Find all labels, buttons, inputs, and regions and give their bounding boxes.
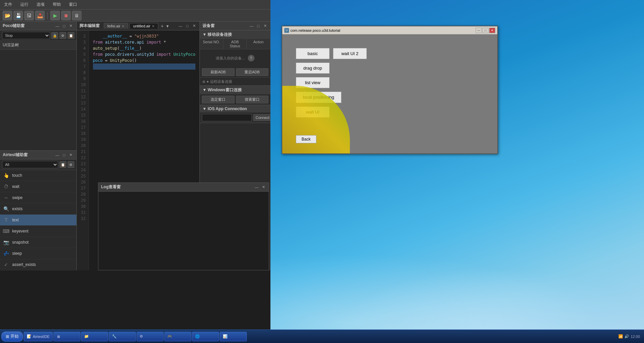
tab-feifei[interactable]: feifei.air ✕	[104, 23, 128, 29]
taskbar-item-6[interactable]: 🌐	[192, 332, 219, 341]
mobile-section-toggle[interactable]: ▼ 移动设备连接	[200, 30, 270, 39]
select-window-button[interactable]: 选定窗口	[202, 96, 235, 103]
tab-untitled-close[interactable]: ✕	[152, 24, 154, 28]
taskbar-item-icon-2: 📁	[84, 334, 89, 339]
airtest-settings-btn[interactable]: ⚙	[68, 161, 74, 168]
airtest-item-list: 👆 touch ⏱ wait ↔ swipe 🔍 exists	[0, 170, 76, 270]
editor-minimize-btn[interactable]: —	[178, 23, 183, 29]
editor-close-btn[interactable]: ✕	[191, 23, 197, 29]
poco-refresh-btn[interactable]: 🔒	[51, 32, 58, 39]
device-close-btn[interactable]: ✕	[262, 23, 268, 29]
code-line-2: __author__ = "wjjn3033"	[93, 33, 196, 39]
unity-minimize-btn[interactable]: —	[476, 28, 482, 33]
taskbar-item-1[interactable]: 🖥	[53, 332, 80, 341]
airtest-touch-label: touch	[12, 173, 22, 178]
stop-button[interactable]: ⏹	[61, 11, 71, 20]
refresh-adb-button[interactable]: 刷新ADB	[202, 68, 235, 76]
tab-untitled[interactable]: untitled.air ✕	[129, 23, 158, 29]
restart-adb-button[interactable]: 重启ADB	[236, 68, 269, 76]
menu-window[interactable]: 窗口	[68, 1, 78, 8]
save-all-button[interactable]: 💾	[14, 11, 23, 20]
poco-mode-select[interactable]: Stop	[2, 32, 50, 39]
unity-waitui2-button[interactable]: wait UI 2	[333, 48, 367, 59]
poco-panel-controls: — □ ✕	[55, 23, 74, 29]
help-button[interactable]: ?	[248, 55, 255, 62]
airtest-item-swipe[interactable]: ↔ swipe	[0, 192, 76, 203]
poco-panel-header: Poco辅助窗 — □ ✕	[0, 22, 76, 30]
log-content[interactable]	[98, 192, 269, 270]
airtest-sleep-label: sleep	[12, 251, 22, 256]
airtest-filter-select[interactable]: All	[2, 161, 58, 168]
device-minimize-btn[interactable]: —	[249, 23, 254, 29]
tray-clock: 12:00	[630, 335, 640, 339]
airtest-item-touch[interactable]: 👆 touch	[0, 170, 76, 181]
airtest-close-btn[interactable]: ✕	[68, 152, 74, 158]
menu-run[interactable]: 运行	[19, 1, 30, 8]
airtest-minimize-btn[interactable]: —	[55, 152, 60, 158]
tray-network-icon[interactable]: 📶	[618, 334, 623, 339]
editor-panel-title: 脚本编辑窗	[79, 23, 100, 29]
poco-minimize-btn[interactable]: —	[55, 23, 60, 29]
taskbar-item-icon-7: 📊	[223, 334, 228, 339]
tray-volume-icon[interactable]: 🔊	[624, 334, 629, 339]
search-window-button[interactable]: 搜索窗口	[236, 96, 269, 103]
taskbar-item-icon-5: 🎮	[167, 334, 172, 339]
code-line-8: from poco.drivers.unity3d import UnityPo…	[93, 51, 196, 57]
tab-feifei-close[interactable]: ✕	[122, 24, 124, 28]
tab-dropdown-button[interactable]: ▾	[166, 23, 169, 29]
tab-add-button[interactable]: +	[161, 23, 164, 29]
taskbar-item-3[interactable]: 🔧	[109, 332, 136, 341]
airtest-item-sleep[interactable]: 💤 sleep	[0, 248, 76, 259]
device-panel-header: 设备窗 — □ ✕	[200, 22, 270, 30]
unity-dragdrop-button[interactable]: drag drop	[296, 63, 330, 74]
airtest-assert-label: assert_exists	[12, 262, 36, 267]
airtest-item-assert[interactable]: ✓ assert_exists	[0, 259, 76, 270]
unity-close-btn[interactable]: ✕	[489, 28, 495, 33]
device-maximize-btn[interactable]: □	[256, 23, 261, 29]
unity-maximize-btn[interactable]: □	[482, 28, 488, 33]
airtest-item-keyevent[interactable]: ⌨ keyevent	[0, 226, 76, 237]
poco-settings-btn[interactable]: ⚙	[59, 32, 66, 39]
log-minimize-btn[interactable]: —	[254, 185, 259, 190]
exists-icon: 🔍	[3, 205, 9, 212]
save-button[interactable]: 🖫	[24, 11, 34, 20]
taskbar-item-7[interactable]: 📊	[220, 332, 247, 341]
menu-options[interactable]: 选项	[35, 1, 46, 8]
unity-back-button[interactable]: Back	[296, 135, 316, 143]
log-close-btn[interactable]: ✕	[261, 185, 266, 190]
touch-icon: 👆	[3, 172, 9, 179]
airtest-item-exists[interactable]: 🔍 exists	[0, 203, 76, 215]
device-button[interactable]: 🖥	[72, 11, 81, 20]
log-panel-controls: — ✕	[254, 185, 266, 190]
taskbar-item-0[interactable]: 📝 AirtestIDE	[24, 332, 53, 341]
airtest-maximize-btn[interactable]: □	[62, 152, 67, 158]
menu-help[interactable]: 帮助	[51, 1, 62, 8]
poco-close-btn[interactable]: ✕	[68, 23, 74, 29]
taskbar-item-label-0: AirtestIDE	[33, 335, 50, 339]
menu-file[interactable]: 文件	[3, 1, 14, 8]
open-file-button[interactable]: 📂	[3, 11, 12, 20]
poco-maximize-btn[interactable]: □	[62, 23, 67, 29]
taskbar-item-2[interactable]: 📁	[81, 332, 108, 341]
ios-address-input[interactable]	[202, 114, 252, 121]
ios-connect-button[interactable]: Connect	[253, 114, 270, 121]
taskbar-item-4[interactable]: ⚙	[137, 332, 164, 341]
taskbar-item-5[interactable]: 🎮	[164, 332, 191, 341]
log-panel-title: Log查看窗	[101, 184, 121, 190]
airtest-item-wait[interactable]: ⏱ wait	[0, 181, 76, 192]
windows-section-toggle[interactable]: ▼ Windows窗口连接	[200, 86, 270, 94]
start-button[interactable]: ⊞ 开始	[1, 332, 23, 342]
export-button[interactable]: 📤	[35, 11, 45, 20]
ios-section-label: ▼ IOS App Connection	[202, 106, 247, 111]
ios-section-toggle[interactable]: ▼ IOS App Connection	[200, 105, 270, 113]
airtest-copy-btn[interactable]: 📋	[59, 161, 66, 168]
poco-copy-btn[interactable]: 📋	[68, 32, 74, 39]
unity-basic-button[interactable]: basic	[296, 48, 330, 59]
airtest-item-snapshot[interactable]: 📷 snapshot	[0, 237, 76, 248]
tab-feifei-label: feifei.air	[108, 24, 121, 28]
airtest-item-text[interactable]: T text	[0, 215, 76, 226]
run-button[interactable]: ▶	[50, 11, 60, 20]
editor-maximize-btn[interactable]: □	[185, 23, 190, 29]
editor-panel-controls: — □ ✕	[178, 23, 197, 29]
taskbar-item-icon-0: 📝	[27, 334, 31, 339]
